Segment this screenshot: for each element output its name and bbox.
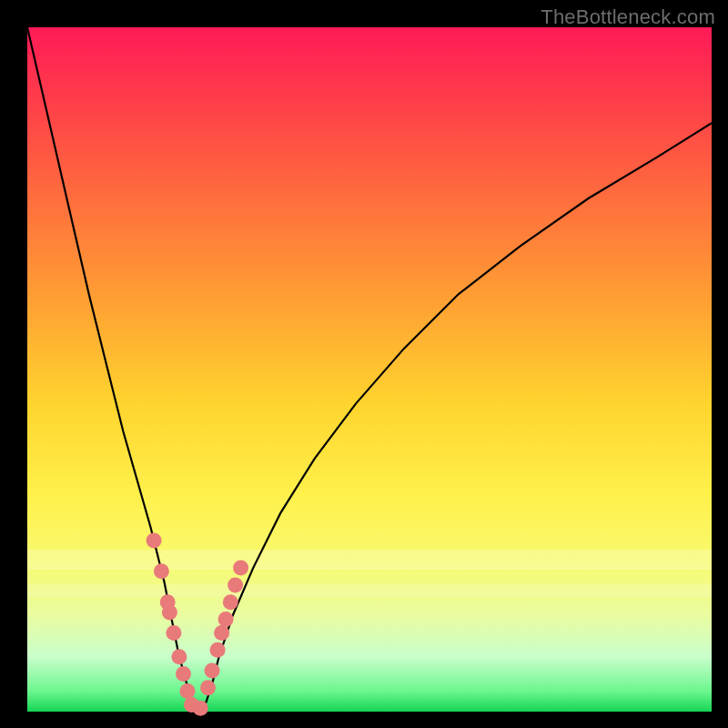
watermark-text: TheBottleneck.com bbox=[541, 5, 715, 29]
sample-dot bbox=[218, 612, 234, 627]
sample-dot bbox=[180, 683, 196, 699]
sample-dot bbox=[193, 701, 208, 716]
curve-layer bbox=[27, 27, 712, 712]
sample-dot bbox=[171, 649, 187, 664]
sample-dot bbox=[147, 533, 162, 549]
sample-dot bbox=[214, 625, 229, 641]
chart-stage: TheBottleneck.com bbox=[0, 0, 728, 728]
sample-dot bbox=[166, 625, 181, 641]
sample-dot bbox=[205, 662, 220, 678]
sample-dot bbox=[200, 680, 216, 695]
sample-dot bbox=[223, 594, 238, 610]
sample-dots-group bbox=[147, 533, 249, 716]
sample-dot bbox=[176, 666, 191, 682]
bottleneck-curve bbox=[27, 27, 712, 712]
sample-dot bbox=[210, 642, 226, 658]
plot-area bbox=[27, 27, 712, 712]
sample-dot bbox=[154, 563, 169, 579]
sample-dot bbox=[228, 577, 243, 592]
sample-dot bbox=[162, 605, 177, 621]
sample-dot bbox=[233, 561, 248, 576]
